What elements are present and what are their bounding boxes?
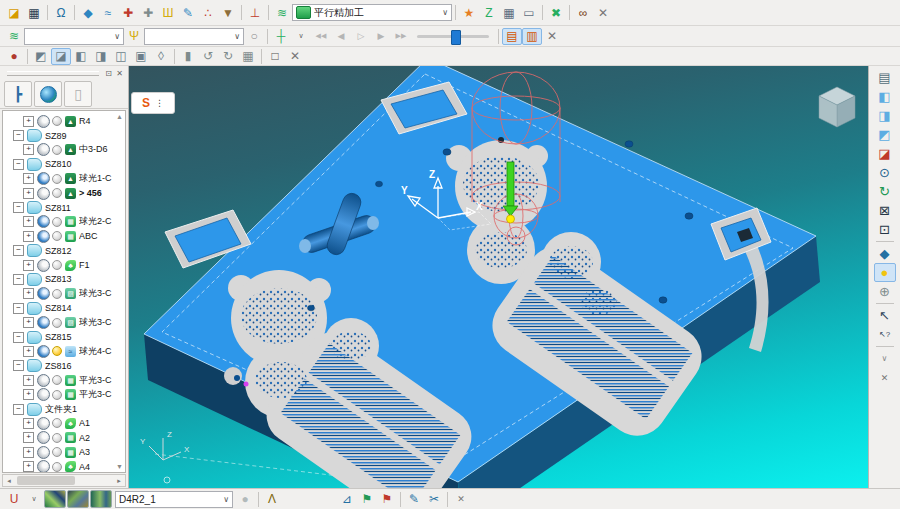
tab-trash-icon[interactable]: ▯ bbox=[64, 81, 92, 107]
scroll-left-icon[interactable]: ◂ bbox=[3, 477, 15, 485]
view-bottom-icon[interactable]: ◊ bbox=[151, 48, 171, 65]
tree-item-row[interactable]: +▦平光3-C bbox=[3, 387, 125, 401]
visibility-bulb-icon[interactable] bbox=[52, 375, 62, 385]
panel-layout-1-icon[interactable]: ▤ bbox=[502, 28, 522, 45]
scroll-right-icon[interactable]: ▸ bbox=[113, 477, 125, 485]
expander-icon[interactable]: − bbox=[13, 332, 24, 343]
open-icon[interactable]: ◪ bbox=[4, 4, 24, 21]
view-top-icon[interactable]: ▣ bbox=[131, 48, 151, 65]
panel-layout-2-icon[interactable]: ▥ bbox=[522, 28, 542, 45]
refresh-icon[interactable]: ↻ bbox=[874, 182, 896, 201]
scrollbar-thumb[interactable] bbox=[17, 476, 75, 485]
viewport-canvas[interactable]: Z Y X Z Y X bbox=[129, 66, 868, 488]
close-toolbar-3-icon[interactable]: ✕ bbox=[285, 48, 305, 65]
sim-combo-2[interactable]: ∨ bbox=[144, 28, 244, 45]
visibility-bulb-icon[interactable] bbox=[52, 289, 62, 299]
tree-item-row[interactable]: +♣A4 bbox=[3, 459, 125, 473]
annotate-pencil-icon[interactable]: ✎ bbox=[404, 491, 424, 508]
pick-entity-icon[interactable]: ↖ bbox=[874, 306, 896, 325]
close-rightbar-icon[interactable]: ✕ bbox=[874, 368, 896, 387]
expander-icon[interactable]: + bbox=[23, 173, 34, 184]
rotate-ccw-icon[interactable]: ↺ bbox=[198, 48, 218, 65]
expander-icon[interactable]: + bbox=[23, 447, 34, 458]
visibility-bulb-icon[interactable] bbox=[52, 318, 62, 328]
visibility-bulb-icon[interactable] bbox=[52, 346, 62, 356]
tree-item-row[interactable]: +♣A1 bbox=[3, 416, 125, 430]
strategy-dropdown[interactable]: 平行精加工 ∨ bbox=[292, 4, 452, 21]
binoculars-icon[interactable]: ∞ bbox=[573, 4, 593, 21]
tree-item-row[interactable]: +▦A2 bbox=[3, 431, 125, 445]
visibility-bulb-icon[interactable] bbox=[52, 390, 62, 400]
pick-help-icon[interactable]: ↖? bbox=[874, 325, 896, 344]
expander-icon[interactable]: + bbox=[23, 288, 34, 299]
visibility-bulb-icon[interactable] bbox=[52, 433, 62, 443]
expander-icon[interactable]: + bbox=[23, 432, 34, 443]
visibility-bulb-icon[interactable] bbox=[52, 231, 62, 241]
close-toolbar-2-icon[interactable]: ✕ bbox=[542, 28, 562, 45]
sim-speed-slider[interactable] bbox=[417, 35, 489, 38]
zoom-window-icon[interactable]: ⊡ bbox=[874, 220, 896, 239]
view-cube-top-icon[interactable]: ◧ bbox=[874, 87, 896, 106]
compass-icon[interactable] bbox=[37, 374, 50, 387]
expander-icon[interactable]: + bbox=[23, 144, 34, 155]
clamp-icon[interactable]: Ш bbox=[158, 4, 178, 21]
drill-icon[interactable]: ▼ bbox=[218, 4, 238, 21]
horizontal-scrollbar[interactable]: ◂ ▸ bbox=[2, 474, 126, 487]
point-net-icon[interactable]: ∴ bbox=[198, 4, 218, 21]
visibility-bulb-icon[interactable] bbox=[52, 116, 62, 126]
compass-icon[interactable] bbox=[37, 187, 50, 200]
view-left-icon[interactable]: ◨ bbox=[91, 48, 111, 65]
expander-icon[interactable]: + bbox=[23, 389, 34, 400]
visibility-bulb-icon[interactable] bbox=[52, 145, 62, 155]
magnet-chevron-icon[interactable]: ∨ bbox=[24, 491, 44, 508]
flag-green-icon[interactable]: ⚑ bbox=[357, 491, 377, 508]
visibility-bulb-icon[interactable] bbox=[52, 462, 62, 472]
compass-icon[interactable] bbox=[37, 230, 50, 243]
operator-star-icon[interactable]: ★ bbox=[459, 4, 479, 21]
save-icon[interactable]: ▦ bbox=[24, 4, 44, 21]
visibility-bulb-icon[interactable] bbox=[52, 217, 62, 227]
press-icon[interactable]: ⊥ bbox=[245, 4, 265, 21]
expander-icon[interactable]: − bbox=[13, 274, 24, 285]
tree-group-row[interactable]: −SZ810 bbox=[3, 157, 125, 171]
capture-box-icon[interactable]: □ bbox=[265, 48, 285, 65]
expander-icon[interactable]: + bbox=[23, 418, 34, 429]
expander-icon[interactable]: + bbox=[23, 461, 34, 472]
tree-item-row[interactable]: +▲球光1-C bbox=[3, 172, 125, 186]
coord-system-icon[interactable]: ┼ bbox=[271, 28, 291, 45]
tree-item-row[interactable]: +▲> 456 bbox=[3, 186, 125, 200]
tree-group-row[interactable]: −SZ813 bbox=[3, 272, 125, 286]
tree-group-row[interactable]: −SZ89 bbox=[3, 128, 125, 142]
visibility-bulb-icon[interactable] bbox=[52, 418, 62, 428]
move-cross-icon[interactable]: ✖ bbox=[546, 4, 566, 21]
compass-icon[interactable] bbox=[37, 215, 50, 228]
bulb-icon[interactable]: ○ bbox=[244, 28, 264, 45]
rotate-cw-icon[interactable]: ↻ bbox=[218, 48, 238, 65]
expander-icon[interactable]: − bbox=[13, 130, 24, 141]
visibility-bulb-icon[interactable] bbox=[52, 188, 62, 198]
view-cube-front-icon[interactable]: ◨ bbox=[874, 106, 896, 125]
expander-icon[interactable]: + bbox=[23, 346, 34, 357]
expander-icon[interactable]: − bbox=[13, 202, 24, 213]
zoom-extents-icon[interactable]: ⊠ bbox=[874, 201, 896, 220]
machine-sim-icon[interactable]: ▤ bbox=[874, 68, 896, 87]
view-back-icon[interactable]: ◧ bbox=[71, 48, 91, 65]
tool-gray-icon[interactable]: ✚ bbox=[138, 4, 158, 21]
keyboard-icon[interactable]: ▭ bbox=[519, 4, 539, 21]
tree-item-row[interactable]: +▦A3 bbox=[3, 445, 125, 459]
quick-launch-widget[interactable]: S ⋮ bbox=[131, 92, 175, 114]
viewport[interactable]: Z Y X Z Y X S ⋮ bbox=[129, 66, 868, 488]
texture-button-2[interactable] bbox=[67, 490, 89, 508]
view-right-icon[interactable]: ◫ bbox=[111, 48, 131, 65]
tree-item-row[interactable]: +▦ABC bbox=[3, 229, 125, 243]
tree-group-row[interactable]: −ZS816 bbox=[3, 359, 125, 373]
panel-grip[interactable] bbox=[7, 71, 99, 76]
sketch-pencil-icon[interactable]: ✎ bbox=[178, 4, 198, 21]
step-back-icon[interactable]: ◀ bbox=[331, 28, 351, 45]
compass-icon[interactable] bbox=[37, 345, 50, 358]
tree-item-row[interactable]: +▨球光3-C bbox=[3, 315, 125, 329]
view-cube-side-icon[interactable]: ◩ bbox=[874, 125, 896, 144]
close-statusbar-icon[interactable]: ✕ bbox=[451, 491, 471, 508]
pin-icon[interactable]: ⊡ bbox=[103, 69, 114, 78]
tree-item-row[interactable]: +▦球光2-C bbox=[3, 215, 125, 229]
